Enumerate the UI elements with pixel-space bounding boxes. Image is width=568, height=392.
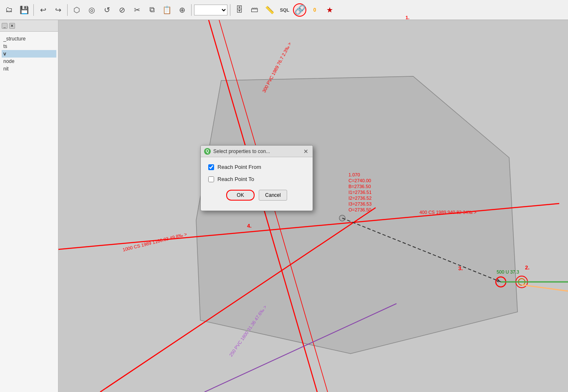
tree-item-structure[interactable]: _structure <box>2 35 56 43</box>
svg-text:3.: 3. <box>458 265 463 271</box>
sep4 <box>230 4 230 16</box>
reach-point-to-label: Reach Point To <box>217 176 254 182</box>
dialog-close-button[interactable]: ✕ <box>303 148 309 155</box>
dialog-buttons: OK Cancel <box>208 188 305 205</box>
reach-point-to-row: Reach Point To <box>208 176 305 182</box>
map-canvas[interactable]: 300 PVC 1989 76.7 2.3‰ > 400 CS 1989 940… <box>58 20 568 392</box>
toolbar-paste[interactable]: 📋 <box>160 3 174 17</box>
toolbar-cut[interactable]: ✂ <box>130 3 144 17</box>
toolbar-select[interactable]: ⬡ <box>70 3 83 17</box>
toolbar-num0[interactable]: 0 <box>308 3 321 17</box>
panel-tree: _structure ts v node nit <box>0 32 58 76</box>
sep3 <box>191 4 192 16</box>
toolbar: 🗂 💾 ↩ ↪ ⬡ ◎ ↺ ⊘ ✂ ⧉ 📋 ⊕ 🗄 🗃 📏 SQL 🔗 0 ★ … <box>0 0 568 20</box>
tree-item-node[interactable]: node <box>2 58 56 65</box>
reach-point-from-row: Reach Point From <box>208 164 305 170</box>
toolbar-pan[interactable]: ↺ <box>100 3 114 17</box>
toolbar-select2[interactable]: ◎ <box>85 3 98 17</box>
tree-item-v[interactable]: v <box>2 50 56 58</box>
reach-point-from-label: Reach Point From <box>217 164 261 170</box>
toolbar-undo[interactable]: ↩ <box>36 3 50 17</box>
svg-text:O=2736.50: O=2736.50 <box>348 207 371 212</box>
map-svg: 300 PVC 1989 76.7 2.3‰ > 400 CS 1989 940… <box>58 20 568 392</box>
toolbar-open[interactable]: 🗂 <box>3 3 16 17</box>
properties-dialog: Q Select properties to con... ✕ Reach Po… <box>200 145 313 211</box>
svg-text:I1=2736.51: I1=2736.51 <box>348 190 371 195</box>
dialog-body: Reach Point From Reach Point To OK Cance… <box>201 157 313 211</box>
toolbar-measure[interactable]: 📏 <box>263 3 276 17</box>
toolbar-star[interactable]: ★ <box>323 3 336 17</box>
toolbar-sql[interactable]: SQL <box>278 3 291 17</box>
dialog-app-icon: Q <box>204 148 211 155</box>
toolbar-draw-point[interactable]: ⊕ <box>175 3 189 17</box>
svg-text:I3=2736.53: I3=2736.53 <box>348 201 371 206</box>
toolbar-connect-highlighted[interactable]: 🔗 <box>293 3 306 17</box>
ok-button[interactable]: OK <box>226 190 255 201</box>
svg-text:B=2736.50: B=2736.50 <box>348 184 371 189</box>
dialog-titlebar: Q Select properties to con... ✕ <box>201 146 313 157</box>
annotation-1-label: 1. <box>406 15 409 20</box>
svg-text:C=2740.00: C=2740.00 <box>348 178 371 183</box>
tree-item-nit[interactable]: nit <box>2 65 56 73</box>
reach-point-to-checkbox[interactable] <box>208 176 214 182</box>
svg-text:1.070: 1.070 <box>348 172 360 177</box>
panel-minimize[interactable]: _ <box>2 23 8 29</box>
svg-text:400 CS 1989 940.82 34‰ >: 400 CS 1989 940.82 34‰ > <box>419 210 477 215</box>
toolbar-db1[interactable]: 🗄 <box>233 3 246 17</box>
svg-text:2.: 2. <box>525 264 530 271</box>
panel-close[interactable]: ✕ <box>9 23 15 29</box>
toolbar-db2[interactable]: 🗃 <box>248 3 261 17</box>
svg-text:I2=2736.52: I2=2736.52 <box>348 196 371 201</box>
dialog-title: Select properties to con... <box>213 148 300 154</box>
sep1 <box>33 4 34 16</box>
cancel-button[interactable]: Cancel <box>259 190 287 201</box>
toolbar-copy[interactable]: ⧉ <box>145 3 159 17</box>
sep2 <box>67 4 68 16</box>
toolbar-redo[interactable]: ↪ <box>51 3 65 17</box>
toolbar-layer-select[interactable] <box>194 5 227 15</box>
svg-text:4.: 4. <box>247 223 252 229</box>
toolbar-save[interactable]: 💾 <box>18 3 31 17</box>
left-panel: _ ✕ _structure ts v node nit <box>0 20 58 392</box>
toolbar-identify[interactable]: ⊘ <box>115 3 129 17</box>
panel-header: _ ✕ <box>0 20 58 32</box>
svg-text:500 U 37.3: 500 U 37.3 <box>497 269 519 274</box>
reach-point-from-checkbox[interactable] <box>208 164 214 170</box>
tree-item-ts[interactable]: ts <box>2 43 56 50</box>
